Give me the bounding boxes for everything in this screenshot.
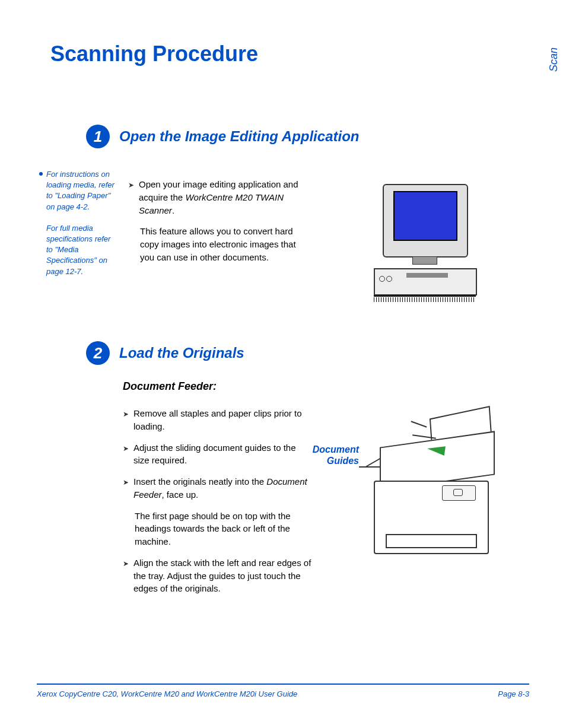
- step-2-bullet-2: Adjust the sliding document guides to th…: [133, 441, 313, 468]
- margin-note-2: For full media specifications refer to "…: [46, 223, 115, 277]
- step-1-body: ➤ Open your image editing application an…: [128, 178, 306, 272]
- step-number-badge: 2: [86, 341, 110, 365]
- step-2-bullet-4: Align the stack with the left and rear e…: [133, 557, 313, 595]
- margin-note-1: For instructions on loading media, refer…: [46, 169, 115, 212]
- chapter-tab: Scan: [548, 47, 560, 72]
- step-2-bullet-1: Remove all staples and paper clips prior…: [133, 407, 313, 433]
- computer-illustration: [371, 178, 478, 309]
- step-2-heading: Load the Originals: [119, 345, 244, 361]
- step-1-header: 1 Open the Image Editing Application: [86, 125, 359, 148]
- step-1-paragraph: This feature allows you to convert hard …: [140, 225, 306, 263]
- arrow-bullet-icon: ➤: [123, 444, 129, 468]
- bullet-dot-icon: [39, 172, 43, 176]
- footer-page-number: Page 8-3: [498, 689, 529, 698]
- step-2-header: 2 Load the Originals: [86, 341, 244, 365]
- printer-illustration: [362, 409, 504, 564]
- step-2-bullet-3: Insert the originals neatly into the Doc…: [133, 475, 313, 501]
- arrow-bullet-icon: ➤: [123, 478, 129, 501]
- arrow-bullet-icon: ➤: [123, 559, 129, 595]
- arrow-bullet-icon: ➤: [123, 409, 129, 433]
- step-1-heading: Open the Image Editing Application: [119, 128, 359, 145]
- footer-doc-title: Xerox CopyCentre C20, WorkCentre M20 and…: [37, 689, 297, 698]
- margin-note: For instructions on loading media, refer…: [39, 169, 115, 288]
- document-guides-label: Document Guides: [300, 444, 359, 466]
- step-2-body: Document Feeder: ➤ Remove all staples an…: [123, 379, 313, 603]
- step-1-bullet-1: Open your image editing application and …: [139, 178, 306, 217]
- page-title: Scanning Procedure: [50, 42, 258, 66]
- step-number-badge: 1: [86, 125, 110, 148]
- footer-rule: [37, 684, 529, 685]
- step-2-paragraph: The first page should be on top with the…: [135, 510, 313, 548]
- step-2-subheading: Document Feeder:: [123, 379, 313, 394]
- arrow-bullet-icon: ➤: [128, 180, 134, 217]
